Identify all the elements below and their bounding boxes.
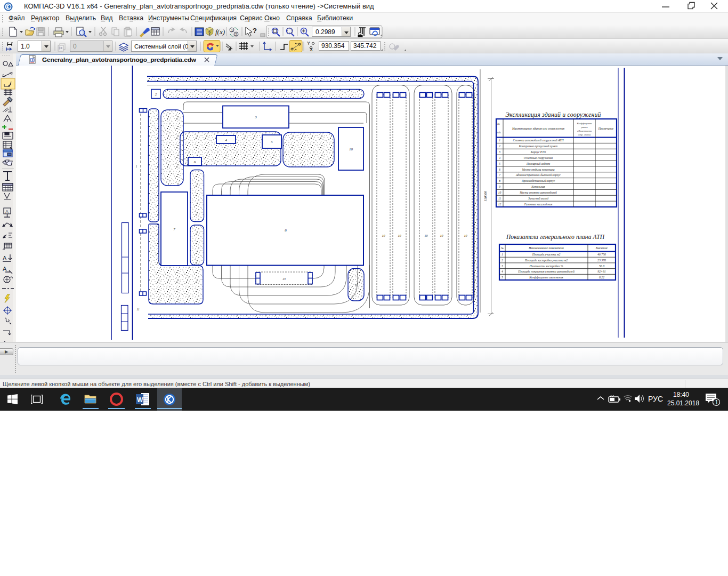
svg-text:150000: 150000 [483,191,487,202]
svg-text:10: 10 [498,191,501,194]
svg-text:11: 11 [136,308,140,311]
svg-text:Значение: Значение [596,246,608,250]
svg-text:13: 13 [282,277,286,281]
svg-text:А: А [3,266,7,272]
svg-text:2: 2 [499,145,500,148]
svg-text:92+91: 92+91 [597,270,606,273]
svg-text:Наименование показателя: Наименование показателя [528,246,564,250]
svg-text:Контрольно пропускной пункт: Контрольно пропускной пункт [519,145,557,148]
svg-text:А: А [5,209,9,214]
svg-text:2: 2 [501,259,503,262]
svg-text:23 370: 23 370 [597,259,606,262]
svg-text:Площадь застройки участка м2: Площадь застройки участка м2 [524,259,568,262]
svg-text:10: 10 [464,234,467,237]
svg-text:4: 4 [225,138,227,142]
svg-text:сопр. стены: сопр. стены [578,133,591,136]
svg-text:3: 3 [498,150,500,154]
svg-text:1: 1 [499,139,500,142]
svg-text:учета: учета [581,126,588,129]
svg-text:Показатели генерального плана: Показатели генерального плана АТП [506,234,605,241]
svg-text:3: 3 [501,265,503,268]
svg-text:5: 5 [499,162,500,165]
svg-text:Экспликация зданий и сооружени: Экспликация зданий и сооружений [505,111,601,118]
svg-text:10: 10 [398,234,401,237]
svg-text:Плотность застройки %: Плотность застройки % [529,265,563,268]
svg-text:?: ? [253,27,257,35]
svg-text:Корпус ЕТО: Корпус ЕТО [530,150,546,154]
svg-text:Наименование здания или сооруж: Наименование здания или сооружения [512,127,564,130]
svg-text:1: 1 [501,253,503,256]
svg-text:9: 9 [355,283,357,287]
svg-text:11: 11 [498,197,501,200]
svg-text:2: 2 [235,32,238,37]
svg-text:5: 5 [271,140,273,144]
svg-text:Примечание: Примечание [598,127,614,130]
svg-text:8: 8 [499,179,500,182]
svg-text:f(x): f(x) [215,28,225,36]
svg-text:1: 1 [715,399,718,405]
svg-text:6: 6 [499,168,500,171]
svg-text:12: 12 [498,203,501,206]
svg-text:Площадь покрытия стоянки автом: Площадь покрытия стоянки автомобилей [517,270,575,273]
svg-text:Административно-бытовой корпус: Административно-бытовой корпус [515,173,561,177]
svg-text:10: 10 [349,147,353,151]
svg-text:Запасный выход: Запасный выход [528,197,548,200]
svg-text:10: 10 [440,234,443,237]
svg-text:Стоянка автомобилей сооружений: Стоянка автомобилей сооружений АТП [513,139,564,142]
svg-text:7: 7 [173,227,175,231]
svg-text:А: А [3,255,7,261]
svg-text:?: ? [208,30,211,36]
svg-text:W: W [137,396,143,404]
svg-text:Котельная: Котельная [531,185,545,188]
svg-text:10: 10 [425,234,428,237]
svg-text:Газонные насаждения: Газонные насаждения [524,203,553,206]
svg-text:№: № [500,246,504,250]
svg-text:Очистные сооружения: Очистные сооружения [524,156,553,159]
svg-text:Коэффициент: Коэффициент [576,122,592,125]
svg-text:5: 5 [501,276,503,279]
svg-text:сЭтажность: сЭтажность [577,130,592,132]
svg-text:2: 2 [155,92,157,97]
svg-text:7: 7 [499,173,500,177]
svg-text:1: 1 [136,165,137,168]
svg-text:Место отдыха персонала: Место отдыха персонала [522,168,555,171]
svg-text:Производственный корпус: Производственный корпус [521,179,555,182]
svg-text:Пожарный водоем: Пожарный водоем [526,162,551,165]
svg-text:50.0: 50.0 [599,265,604,268]
svg-text:46 750: 46 750 [597,253,606,256]
svg-text:Y: Y [307,41,310,46]
svg-text:№: № [497,122,500,125]
svg-text:1: 1 [231,28,233,33]
svg-text:4: 4 [501,270,503,273]
svg-text:3: 3 [254,115,257,119]
svg-text:6: 6 [194,160,196,164]
svg-text:п/п: п/п [497,131,501,134]
svg-text:Коэффициент озеленения: Коэффициент озеленения [529,276,563,279]
svg-text:9: 9 [499,185,500,188]
svg-text:8: 8 [285,228,287,233]
svg-text:0.22: 0.22 [599,276,604,279]
svg-text:Площадь участка м2: Площадь участка м2 [532,253,561,256]
svg-text:4: 4 [499,156,500,159]
svg-text:Места стоянки автомобилей: Места стоянки автомобилей [519,191,557,194]
svg-text:10: 10 [382,234,385,237]
